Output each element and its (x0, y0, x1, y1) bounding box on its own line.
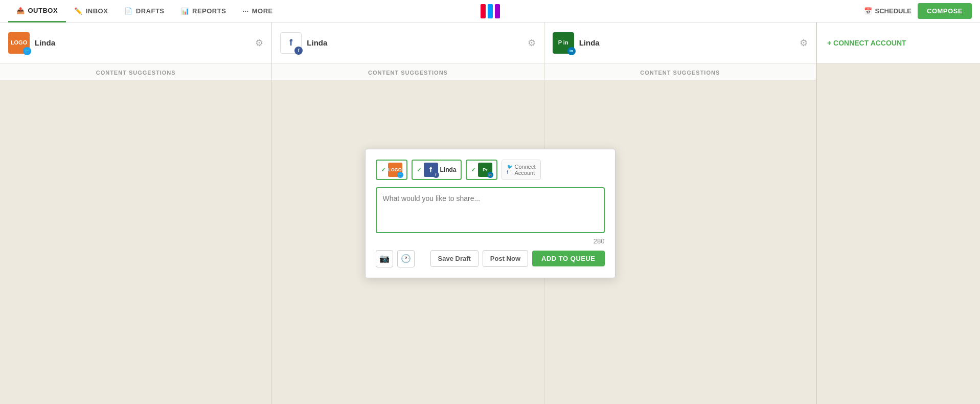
suggestions-label-facebook: CONTENT SUGGESTIONS (272, 63, 543, 80)
col-header-twitter: LOGO 🐦 Linda ⚙ (0, 23, 271, 63)
schedule-label: SCHEDULE (875, 7, 912, 15)
avatar-linkedin: P in in (553, 32, 574, 54)
column-twitter: LOGO 🐦 Linda ⚙ CONTENT SUGGESTIONS (0, 23, 272, 404)
avatar-facebook: f f (280, 32, 302, 54)
connect-chip-icons: 🐦 f (507, 164, 513, 175)
connect-text-line1: Connect (515, 164, 536, 170)
compose-button[interactable]: COMPOSE (918, 3, 972, 19)
compose-modal: ✓ LOGO 🐦 ✓ f f Linda (365, 149, 616, 278)
calendar-icon: 📅 (864, 7, 872, 15)
chip-avatar-twitter: LOGO 🐦 (388, 163, 402, 177)
more-dots-icon: ··· (242, 7, 248, 15)
account-facebook: f f Linda (280, 32, 327, 54)
nav-left: 📤 OUTBOX ✏️ INBOX 📄 DRAFTS 📊 REPORTS ···… (8, 0, 281, 23)
account-chip-linkedin[interactable]: ✓ Pr in (466, 160, 497, 180)
chip-badge-linkedin: in (487, 172, 493, 178)
chip-badge-twitter: 🐦 (397, 172, 403, 178)
save-draft-button[interactable]: Save Draft (430, 250, 478, 267)
connect-account-column: + CONNECT ACCOUNT (816, 23, 980, 404)
avatar-twitter: LOGO 🐦 (8, 32, 30, 54)
chip-name-facebook: Linda (440, 166, 457, 173)
connect-chip[interactable]: 🐦 f Connect Account (502, 160, 541, 180)
reports-label: REPORTS (192, 7, 226, 15)
clock-icon: 🕐 (401, 254, 411, 263)
account-linkedin: P in in Linda (553, 32, 600, 54)
nav-more[interactable]: ··· MORE (234, 0, 281, 23)
nav-inbox[interactable]: ✏️ INBOX (66, 0, 116, 23)
account-chip-twitter[interactable]: ✓ LOGO 🐦 (376, 160, 407, 180)
account-selector: ✓ LOGO 🐦 ✓ f f Linda (376, 160, 605, 180)
account-name-linkedin: Linda (579, 38, 600, 47)
clock-button[interactable]: 🕐 (397, 250, 415, 267)
brand-bar-red (481, 4, 486, 18)
compose-footer: 📷 🕐 Save Draft Post Now ADD TO QUEUE (376, 250, 605, 267)
char-count: 280 (376, 237, 605, 245)
account-name-twitter: Linda (35, 38, 55, 47)
more-label: MORE (252, 7, 273, 15)
chip-avatar-linkedin: Pr in (478, 163, 492, 177)
main-content: LOGO 🐦 Linda ⚙ CONTENT SUGGESTIONS f f L… (0, 23, 980, 404)
inbox-label: INBOX (86, 7, 108, 15)
twitter-badge: 🐦 (23, 47, 31, 55)
schedule-button[interactable]: 📅 SCHEDULE (864, 7, 912, 15)
col-header-facebook: f f Linda ⚙ (272, 23, 543, 63)
suggestions-label-twitter: CONTENT SUGGESTIONS (0, 63, 271, 80)
check-twitter: ✓ (381, 166, 386, 173)
brand-logo (481, 4, 500, 18)
connect-chip-text: Connect Account (515, 164, 536, 176)
add-to-queue-button[interactable]: ADD TO QUEUE (532, 251, 604, 266)
reports-icon: 📊 (181, 7, 190, 15)
nav-right: 📅 SCHEDULE COMPOSE (864, 3, 972, 19)
check-facebook: ✓ (417, 166, 422, 173)
top-nav: 📤 OUTBOX ✏️ INBOX 📄 DRAFTS 📊 REPORTS ···… (0, 0, 980, 23)
nav-drafts[interactable]: 📄 DRAFTS (116, 0, 172, 23)
inbox-icon: ✏️ (74, 7, 83, 15)
facebook-small-icon: f (507, 170, 513, 175)
chip-badge-facebook: f (433, 172, 439, 178)
outbox-label: OUTBOX (28, 7, 58, 14)
drafts-icon: 📄 (124, 7, 133, 15)
chip-avatar-facebook: f f (424, 163, 438, 177)
drafts-label: DRAFTS (136, 7, 165, 15)
col-header-linkedin: P in in Linda ⚙ (544, 23, 816, 63)
nav-outbox[interactable]: 📤 OUTBOX (8, 0, 66, 23)
gear-icon-twitter[interactable]: ⚙ (255, 37, 263, 49)
connect-account-header: + CONNECT ACCOUNT (817, 23, 980, 63)
linkedin-badge: in (567, 47, 576, 55)
outbox-icon: 📤 (16, 7, 25, 14)
account-chip-facebook[interactable]: ✓ f f Linda (412, 160, 462, 180)
account-twitter: LOGO 🐦 Linda (8, 32, 55, 54)
camera-button[interactable]: 📷 (376, 250, 393, 267)
connect-text-line2: Account (515, 170, 536, 176)
gear-icon-facebook[interactable]: ⚙ (528, 37, 536, 49)
suggestions-label-linkedin: CONTENT SUGGESTIONS (544, 63, 816, 80)
post-now-button[interactable]: Post Now (483, 250, 528, 267)
facebook-badge: f (294, 47, 303, 55)
compose-actions-right: Save Draft Post Now ADD TO QUEUE (430, 250, 605, 267)
check-linkedin: ✓ (471, 166, 476, 173)
gear-icon-linkedin[interactable]: ⚙ (800, 37, 808, 49)
twitter-small-icon: 🐦 (507, 164, 513, 169)
brand-bar-blue (488, 4, 493, 18)
compose-actions-left: 📷 🕐 (376, 250, 415, 267)
connect-account-button[interactable]: + CONNECT ACCOUNT (827, 39, 906, 47)
compose-textarea[interactable] (376, 187, 605, 233)
account-name-facebook: Linda (307, 38, 327, 47)
brand-bar-purple (495, 4, 500, 18)
camera-icon: 📷 (379, 254, 390, 263)
nav-reports[interactable]: 📊 REPORTS (173, 0, 235, 23)
